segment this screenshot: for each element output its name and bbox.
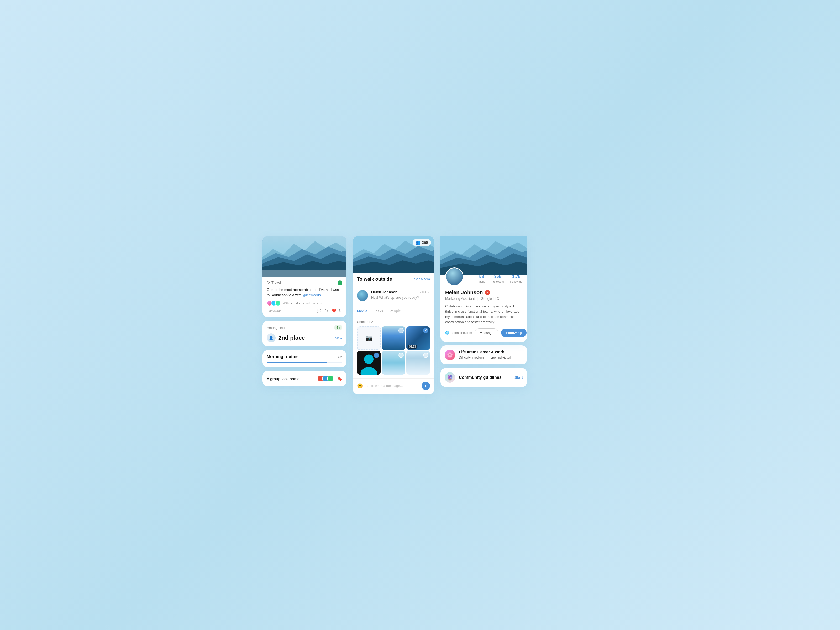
chat-message: Helen Johnson 12:00 ✓ Hey! What's up, ar…	[357, 290, 430, 301]
life-area-title: Life area: Career & work	[459, 350, 523, 354]
profile-avatar-image	[446, 268, 463, 285]
media-cell-car[interactable]: ✓ 02:23	[406, 326, 430, 350]
following-button[interactable]: Following	[501, 328, 527, 337]
post-footer: 5 days ago 💬 1.2k ❤️ 15k	[267, 309, 342, 313]
start-button[interactable]: Start	[515, 375, 523, 380]
website-link[interactable]: 🌐 helenjohn.com	[445, 331, 472, 335]
tasks-value: 58	[478, 274, 485, 279]
tab-tasks[interactable]: Tasks	[374, 309, 383, 316]
tasks-stat: 58 Tasks	[478, 274, 485, 284]
selected-count: Selected 2	[353, 320, 434, 324]
read-check-icon: ✓	[427, 291, 430, 294]
view-link[interactable]: view	[335, 336, 342, 340]
chat-sender-name: Helen Johnson	[371, 290, 398, 294]
circle-header: Among cirlce 5 ↑	[267, 325, 342, 330]
following-value: 1.7k	[510, 274, 523, 279]
post-time: 5 days ago	[267, 309, 281, 313]
right-column: 58 Tasks 35k Followers 1.7k Following	[441, 236, 527, 387]
routine-card: Morning routine 4/5	[262, 350, 346, 367]
alarm-hero-image: 👥 250	[353, 236, 434, 273]
left-column: 🛡 Travel ✓ One of the most memorable tri…	[262, 236, 346, 387]
life-area-card: 🌸 Life area: Career & work Difficulty: m…	[441, 346, 527, 364]
status-check-icon: ✓	[338, 280, 342, 285]
followers-value: 35k	[491, 274, 504, 279]
tasks-label: Tasks	[478, 280, 485, 283]
life-area-icon: 🌸	[445, 350, 455, 360]
tab-people[interactable]: People	[389, 309, 401, 316]
chat-divider	[353, 286, 434, 286]
rank-text: 2nd place	[278, 335, 305, 341]
message-input-wrap[interactable]: 😊 Tap to write a message...	[357, 383, 419, 389]
followers-label: Followers	[491, 280, 504, 283]
tab-media[interactable]: Media	[357, 309, 368, 316]
with-text: With Lee Morris and 6 others	[283, 302, 322, 305]
life-content: Life area: Career & work Difficulty: med…	[459, 350, 523, 359]
community-card: 🔮 Community guidlines Start	[441, 368, 527, 387]
travel-card-body: 🛡 Travel ✓ One of the most memorable tri…	[262, 277, 346, 317]
media-check-filled-1[interactable]: ✓	[423, 328, 428, 333]
routine-title: Morning routine	[267, 354, 299, 359]
routine-header: Morning routine 4/5	[267, 354, 342, 359]
video-duration-badge: 02:23	[408, 345, 417, 349]
mention-link[interactable]: @leemorris	[303, 293, 321, 297]
comments-stat: 💬 1.2k	[317, 309, 328, 313]
media-grid: 📷 ✓ 02:23	[353, 326, 434, 374]
difficulty-meta: Difficulty: medium	[459, 356, 484, 359]
set-alarm-button[interactable]: Set alarm	[414, 277, 430, 281]
travel-tag: 🛡 Travel	[267, 281, 281, 284]
following-stat: 1.7k Following	[510, 274, 523, 284]
post-stats: 💬 1.2k ❤️ 15k	[317, 309, 342, 313]
profile-bio: Collaboration is at the core of my work …	[445, 304, 523, 325]
life-meta: Difficulty: medium Type: individual	[459, 356, 523, 359]
chat-content: Helen Johnson 12:00 ✓ Hey! What's up, ar…	[371, 290, 430, 300]
media-check-empty-2[interactable]	[398, 352, 404, 358]
progress-bar-fill	[267, 362, 327, 363]
following-label: Following	[510, 280, 523, 283]
followers-stat: 35k Followers	[491, 274, 504, 284]
group-avatar-3	[327, 375, 334, 382]
progress-bar-track	[267, 362, 342, 363]
role-separator: |	[477, 297, 478, 300]
group-task-title: A group task name	[267, 376, 300, 381]
media-cell-sky[interactable]	[382, 351, 405, 374]
middle-column: 👥 250 To walk outside Set alarm	[353, 236, 434, 394]
profile-body: 58 Tasks 35k Followers 1.7k Following	[441, 267, 527, 342]
people-count-badge: 👥 250	[413, 239, 431, 246]
rank-row: 👤 2nd place view	[267, 333, 342, 342]
profile-avatar	[445, 267, 464, 286]
camera-icon: 📷	[365, 335, 373, 341]
chat-time: 12:00	[418, 291, 426, 294]
send-button[interactable]: ➤	[422, 382, 430, 390]
avatars-row: With Lee Morris and 6 others	[267, 300, 342, 306]
media-cell-silhouette[interactable]: ✓	[357, 351, 381, 374]
middle-main-card: 👥 250 To walk outside Set alarm	[353, 236, 434, 394]
circle-card: Among cirlce 5 ↑ 👤 2nd place view	[262, 321, 346, 346]
type-meta: Type: individual	[489, 356, 511, 359]
profile-stats: 58 Tasks 35k Followers 1.7k Following	[478, 274, 523, 286]
community-icon: 🔮	[445, 372, 455, 383]
alarm-title: To walk outside	[357, 276, 392, 282]
media-section: Media Tasks People Selected 2 📷	[353, 305, 434, 394]
bookmark-icon[interactable]: 🔖	[336, 376, 342, 381]
profile-actions: 🌐 helenjohn.com Message Following	[445, 328, 523, 337]
media-cell-mountain[interactable]	[382, 326, 405, 350]
community-title: Community guidlines	[459, 375, 511, 380]
chat-avatar	[357, 290, 368, 301]
shield-icon: 🛡	[267, 281, 270, 284]
media-check-empty-3[interactable]	[423, 352, 428, 358]
media-cell-clouds[interactable]	[406, 351, 430, 374]
cards-container: 🛡 Travel ✓ One of the most memorable tri…	[262, 236, 578, 394]
profile-role: Marketing Assistant | Google LLC	[445, 297, 523, 300]
chat-time-check: 12:00 ✓	[418, 291, 430, 294]
avatar-3	[275, 300, 281, 306]
rank-avatar-icon: 👤	[267, 333, 276, 342]
media-check-filled-2[interactable]: ✓	[374, 352, 379, 358]
travel-hero-image	[262, 236, 346, 277]
media-check-empty-1[interactable]	[398, 328, 404, 333]
rank-info: 👤 2nd place	[267, 333, 305, 342]
message-button[interactable]: Message	[475, 328, 499, 337]
chat-preview: Hey! What's up, are you ready?	[371, 295, 419, 300]
profile-name-row: Helen Johnson ✓	[445, 289, 523, 295]
company-text: Google LLC	[481, 297, 499, 300]
media-upload-cell[interactable]: 📷	[357, 326, 381, 350]
